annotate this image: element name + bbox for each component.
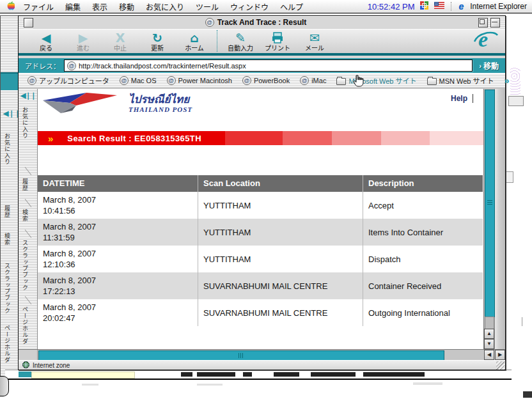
horizontal-scroll-track[interactable]: ◀ ▶ [38, 350, 505, 360]
tab-separator [25, 296, 32, 304]
cell-datetime: March 8, 2007 17:22:13 [38, 272, 198, 299]
favorite-globe-icon: @ [27, 76, 36, 85]
menu-file[interactable]: ファイル [17, 1, 59, 12]
autofill-button[interactable]: ✎ 自動入力 [222, 31, 259, 52]
favorite-mac-os[interactable]: @ Mac OS [120, 76, 157, 85]
time: 11:31:59 [43, 232, 198, 243]
horizontal-scrollbar[interactable]: ◀ ▶ [19, 349, 505, 360]
date: March 8, 2007 [43, 221, 198, 232]
window-resize-grip[interactable] [496, 361, 505, 370]
brand-text: ไปรษณีย์ไทย THAILAND POST [129, 94, 192, 113]
menu-help[interactable]: ヘルプ [274, 1, 309, 12]
window-title-bar[interactable]: @ Track And Trace : Result [19, 16, 505, 29]
sidebar-tab-history[interactable]: 履歴 [22, 178, 27, 191]
apple-menu-icon[interactable] [6, 1, 15, 12]
help-link[interactable]: Help [451, 94, 467, 103]
security-zone-globe-icon [22, 361, 29, 370]
table-row: March 8, 2007 20:02:47 SUVARNABHUMI MAIL… [38, 299, 483, 326]
favorite-power-macintosh[interactable]: @ Power Macintosh [167, 76, 232, 85]
url-globe-icon: @ [67, 61, 76, 70]
banner-chevron-icon: » [48, 133, 53, 144]
background-tab-favorites: お気に入り [4, 133, 10, 165]
scroll-up-button[interactable]: ▲ [484, 329, 494, 339]
help-divider [473, 94, 473, 103]
ie-logo-icon: e [473, 27, 499, 54]
menu-favorites[interactable]: お気に入り [140, 1, 190, 12]
favorite-label: Power Macintosh [178, 77, 232, 84]
app-switcher-icon[interactable] [419, 1, 429, 12]
sidebar-tab-search[interactable]: 検索 [22, 209, 27, 222]
refresh-button[interactable]: ↻ 更新 [139, 31, 176, 52]
menu-view[interactable]: 表示 [86, 1, 113, 12]
desktop-icon[interactable] [508, 96, 524, 106]
vertical-scroll-track[interactable] [485, 317, 494, 329]
go-arrow-icon: › [479, 62, 481, 70]
favorites-overflow-chevron[interactable]: » [505, 75, 510, 86]
back-button[interactable]: ◀ 戻る [27, 31, 65, 52]
collapsed-window-tab[interactable] [0, 376, 9, 396]
favorite-label: アップルコンピュータ [39, 75, 109, 86]
sidebar-tab-favorites[interactable]: お気に入り [22, 107, 27, 139]
go-button[interactable]: › 移動 [476, 60, 501, 71]
menu-clock[interactable]: 10:52:42 PM [368, 2, 415, 12]
autofill-label: 自動入力 [228, 45, 253, 52]
location: SUVARNABHUMI MAIL CENTRE [203, 308, 363, 318]
vertical-scroll-thumb[interactable] [485, 90, 495, 317]
date: March 8, 2007 [43, 248, 198, 259]
home-button[interactable]: ⌂ ホーム [176, 31, 213, 52]
background-fragment [197, 372, 235, 377]
explorer-sidebar: ◀❘❘❘ お気に入り 履歴 検索 スクラップブック ページホルダ [19, 89, 38, 349]
window-title: @ Track And Trace : Result [33, 17, 478, 28]
menu-go[interactable]: 移動 [113, 1, 140, 12]
favorite-label: Mac OS [131, 77, 157, 84]
horizontal-scroll-thumb[interactable] [38, 350, 444, 361]
sidebar-tab-scrapbook[interactable]: スクラップブック [22, 240, 27, 291]
background-tab-history: 履歴 [4, 205, 10, 218]
location: YUTTITHAM [203, 227, 363, 238]
background-tab-pageholder: ページホルダ [4, 325, 10, 363]
address-bar: アドレス： @ › 移動 [19, 58, 505, 73]
toolbar-separator [217, 30, 218, 52]
sidebar-tab-pageholder[interactable]: ページホルダ [22, 306, 27, 345]
svg-text:e: e [478, 27, 488, 51]
favorite-imac[interactable]: @ iMac [300, 76, 326, 85]
description: Container Received [368, 281, 483, 292]
collapse-box[interactable] [490, 18, 500, 27]
close-box[interactable] [24, 18, 33, 27]
background-address-band [1, 72, 19, 90]
menu-edit[interactable]: 編集 [59, 1, 86, 12]
desktop-decoration [522, 317, 522, 326]
favorite-apple-computer[interactable]: @ アップルコンピュータ [27, 75, 109, 86]
vertical-scrollbar[interactable]: ▲ ▼ [483, 89, 494, 349]
hand-cursor [353, 75, 364, 90]
favorite-microsoft-web[interactable]: Microsoft Web サイト [336, 75, 416, 86]
keyboard-layout-flag-icon[interactable] [434, 2, 444, 11]
back-icon: ◀ [42, 31, 51, 45]
mail-button[interactable]: ✉ メール [296, 31, 333, 52]
address-input[interactable] [79, 61, 469, 70]
scroll-down-button[interactable]: ▼ [484, 339, 494, 349]
favorite-msn-web[interactable]: MSN Web サイト [427, 75, 494, 86]
table-row: March 8, 2007 10:41:56 YUTTITHAM Accept [38, 192, 483, 219]
menu-window[interactable]: ウィンドウ [224, 1, 274, 12]
menu-tools[interactable]: ツール [190, 1, 224, 12]
stop-button[interactable]: X 中止 [102, 31, 139, 52]
active-app-name[interactable]: Internet Explorer [470, 2, 527, 11]
scroll-right-button[interactable]: ▶ [495, 350, 505, 360]
home-label: ホーム [185, 45, 204, 52]
favorite-powerbook[interactable]: @ PowerBook [242, 76, 290, 85]
web-page: ไปรษณีย์ไทย THAILAND POST Help » Search … [38, 89, 483, 349]
background-window-bottom-edge [5, 370, 512, 380]
scroll-left-button[interactable]: ◀ [484, 350, 494, 360]
background-fragment [181, 372, 192, 377]
background-fragment [19, 372, 31, 377]
background-collapse-icon: ◀❘❘❘ [3, 109, 19, 118]
zoom-box[interactable] [478, 18, 488, 27]
cell-description: Container Received [363, 272, 483, 299]
forward-button[interactable]: ▶ 進む [65, 31, 102, 52]
ie-app-icon[interactable]: e [458, 1, 464, 12]
search-result-banner: » Search Result : EE058315365TH [38, 131, 483, 145]
back-label: 戻る [40, 45, 52, 52]
print-button[interactable]: プリント [259, 31, 296, 52]
thailand-post-logo: ไปรษณีย์ไทย THAILAND POST [42, 91, 192, 117]
